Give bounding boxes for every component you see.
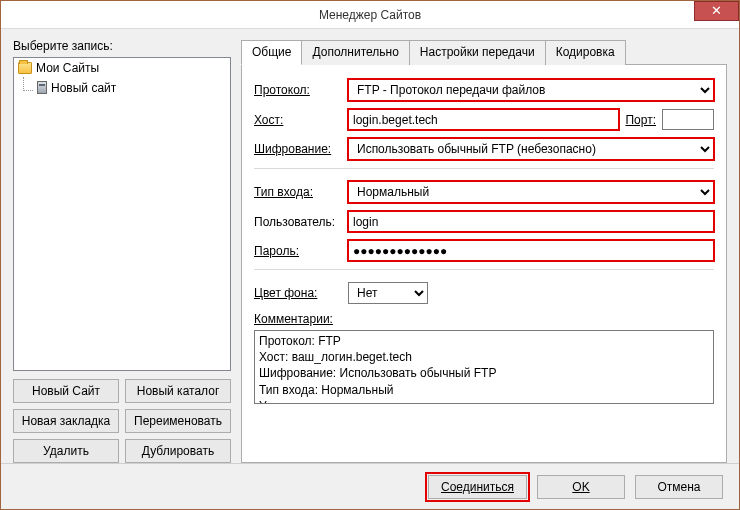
new-site-button[interactable]: Новый Сайт (13, 379, 119, 403)
delete-button[interactable]: Удалить (13, 439, 119, 463)
divider (254, 168, 714, 169)
host-label: Хост: (254, 113, 342, 127)
user-input[interactable] (348, 211, 714, 232)
select-entry-label: Выберите запись: (13, 39, 231, 53)
host-input[interactable] (348, 109, 619, 130)
port-label: Порт: (625, 113, 656, 127)
tree-child-label: Новый сайт (51, 81, 116, 95)
tab-advanced[interactable]: Дополнительно (301, 40, 409, 65)
tree-child[interactable]: Новый сайт (16, 76, 228, 99)
bgcolor-label: Цвет фона: (254, 286, 342, 300)
ok-button[interactable]: OK (537, 475, 625, 499)
logon-type-select[interactable]: Нормальный (348, 181, 714, 203)
folder-icon (18, 62, 32, 74)
content-area: Выберите запись: Мои Сайты Новый сайт Но… (1, 29, 739, 463)
password-input[interactable] (348, 240, 714, 261)
encryption-select[interactable]: Использовать обычный FTP (небезопасно) (348, 138, 714, 160)
duplicate-button[interactable]: Дублировать (125, 439, 231, 463)
close-button[interactable]: ✕ (694, 1, 739, 21)
encryption-label: Шифрование: (254, 142, 342, 156)
divider-2 (254, 269, 714, 270)
tree-connector-icon (23, 77, 33, 91)
comments-textarea[interactable]: Протокол: FTP Хост: ваш_логин.beget.tech… (254, 330, 714, 404)
left-buttons: Новый Сайт Новый каталог Новая закладка … (13, 379, 231, 463)
titlebar: Менеджер Сайтов ✕ (1, 1, 739, 29)
site-manager-window: Менеджер Сайтов ✕ Выберите запись: Мои С… (0, 0, 740, 510)
tab-general[interactable]: Общие (241, 40, 302, 65)
protocol-label: Протокол: (254, 83, 342, 97)
password-label: Пароль: (254, 244, 342, 258)
tree-root-label: Мои Сайты (36, 61, 99, 75)
tree-root[interactable]: Мои Сайты (16, 60, 228, 76)
site-tree[interactable]: Мои Сайты Новый сайт (13, 57, 231, 371)
server-icon (37, 81, 47, 94)
tab-transfer[interactable]: Настройки передачи (409, 40, 546, 65)
protocol-select[interactable]: FTP - Протокол передачи файлов (348, 79, 714, 101)
left-pane: Выберите запись: Мои Сайты Новый сайт Но… (13, 39, 231, 463)
port-input[interactable] (662, 109, 714, 130)
logon-type-label: Тип входа: (254, 185, 342, 199)
connect-button[interactable]: Соединиться (428, 475, 527, 499)
tab-charset[interactable]: Кодировка (545, 40, 626, 65)
window-title: Менеджер Сайтов (319, 8, 421, 22)
new-folder-button[interactable]: Новый каталог (125, 379, 231, 403)
tabpanel-general: Протокол: FTP - Протокол передачи файлов… (241, 64, 727, 463)
close-icon: ✕ (711, 4, 722, 17)
new-bookmark-button[interactable]: Новая закладка (13, 409, 119, 433)
footer: Соединиться OK Отмена (1, 463, 739, 509)
user-label: Пользователь: (254, 215, 342, 229)
cancel-button[interactable]: Отмена (635, 475, 723, 499)
bgcolor-select[interactable]: Нет (348, 282, 428, 304)
comments-label: Комментарии: (254, 312, 333, 326)
rename-button[interactable]: Переименовать (125, 409, 231, 433)
tab-strip: Общие Дополнительно Настройки передачи К… (241, 39, 727, 64)
right-pane: Общие Дополнительно Настройки передачи К… (241, 39, 727, 463)
